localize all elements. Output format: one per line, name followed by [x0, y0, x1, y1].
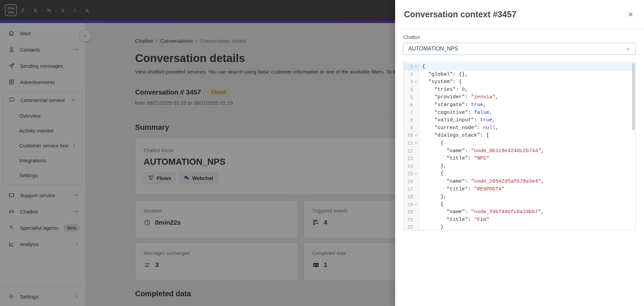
line-number: 21	[404, 216, 413, 224]
editor-scrollbar-thumb[interactable]	[632, 63, 635, 130]
editor-gutter: 10∨	[404, 132, 419, 140]
code-line[interactable]: 15∨ {	[404, 170, 636, 178]
fold-arrow-icon[interactable]: ∨	[413, 201, 419, 209]
code-text: "dialogs_stack": [	[419, 132, 489, 140]
chatbot-select-value: AUTOMATION_NPS	[408, 46, 458, 52]
editor-gutter: 15∨	[404, 170, 419, 178]
editor-gutter: 11∨	[404, 140, 419, 147]
code-line[interactable]: 7 "cognitive": false,	[404, 109, 636, 117]
code-line[interactable]: 18 },	[404, 193, 636, 201]
conversation-context-drawer: Conversation context #3457 Chatbot AUTOM…	[395, 0, 644, 306]
code-line[interactable]: 16 "name": "node_29542d5a5678a3e4",	[404, 178, 636, 186]
fold-spacer	[413, 163, 419, 170]
code-line[interactable]: 20 "name": "node_59b7406fc0a29bb7",	[404, 208, 636, 216]
close-icon	[627, 11, 634, 18]
line-number: 1	[404, 63, 413, 71]
line-number: 14	[404, 163, 413, 170]
editor-gutter: 18	[404, 193, 419, 201]
code-text: "provider": "zenvia",	[419, 94, 498, 101]
fold-arrow-icon[interactable]: ∨	[413, 132, 419, 140]
fold-spacer	[413, 224, 419, 231]
code-line[interactable]: 11∨ {	[404, 140, 636, 147]
line-number: 13	[404, 155, 413, 163]
fold-spacer	[413, 216, 419, 224]
line-number: 15	[404, 170, 413, 178]
code-text: "global": {},	[419, 71, 468, 79]
code-line[interactable]: 3∨ "system": {	[404, 78, 636, 86]
editor-gutter: 8	[404, 117, 419, 124]
fold-arrow-icon[interactable]: ∨	[413, 170, 419, 178]
code-line[interactable]: 19∨ {	[404, 201, 636, 209]
code-editor[interactable]: 1∨{2 "global": {},3∨ "system": {4 "tries…	[403, 62, 636, 231]
line-number: 10	[404, 132, 413, 140]
line-number: 8	[404, 117, 413, 124]
fold-spacer	[413, 86, 419, 94]
code-line[interactable]: 17 "title": "RESPOSTA"	[404, 186, 636, 193]
fold-spacer	[413, 178, 419, 186]
code-line[interactable]: 4 "tries": 0,	[404, 86, 636, 94]
chatbot-select-label: Chatbot	[403, 35, 636, 40]
fold-spacer	[413, 186, 419, 193]
code-line[interactable]: 5 "provider": "zenvia",	[404, 94, 636, 101]
line-number: 2	[404, 71, 413, 79]
fold-spacer	[413, 155, 419, 163]
fold-arrow-icon[interactable]: ∨	[413, 63, 419, 71]
fold-spacer	[413, 101, 419, 109]
editor-gutter: 17	[404, 186, 419, 193]
editor-gutter: 2	[404, 71, 419, 79]
code-line[interactable]: 14 },	[404, 163, 636, 170]
fold-spacer	[413, 208, 419, 216]
fold-spacer	[413, 109, 419, 117]
code-line[interactable]: 12 "name": "node_0b1c8e424dc2b744",	[404, 147, 636, 155]
editor-gutter: 5	[404, 94, 419, 101]
code-text: "valid_input": true,	[419, 117, 495, 124]
editor-gutter: 19∨	[404, 201, 419, 209]
line-number: 7	[404, 109, 413, 117]
fold-arrow-icon[interactable]: ∨	[413, 78, 419, 86]
line-number: 11	[404, 140, 413, 147]
editor-gutter: 6	[404, 101, 419, 109]
code-text: "system": {	[419, 78, 462, 86]
code-line[interactable]: 2 "global": {},	[404, 71, 636, 79]
fold-spacer	[413, 124, 419, 132]
fold-spacer	[413, 71, 419, 79]
code-line[interactable]: 9 "current_node": null,	[404, 124, 636, 132]
close-button[interactable]	[626, 10, 635, 19]
editor-gutter: 4	[404, 86, 419, 94]
code-text: "title": "NPS"	[419, 155, 489, 163]
code-text: {	[419, 63, 425, 71]
line-number: 9	[404, 124, 413, 132]
code-line[interactable]: 1∨{	[404, 63, 636, 71]
code-line[interactable]: 22 }	[404, 224, 636, 231]
code-text: }	[419, 224, 444, 231]
editor-gutter: 3∨	[404, 78, 419, 86]
fold-spacer	[413, 193, 419, 201]
fold-spacer	[413, 117, 419, 124]
editor-gutter: 21	[404, 216, 419, 224]
line-number: 20	[404, 208, 413, 216]
editor-gutter: 16	[404, 178, 419, 186]
editor-gutter: 7	[404, 109, 419, 117]
fold-arrow-icon[interactable]: ∨	[413, 140, 419, 147]
line-number: 6	[404, 101, 413, 109]
code-text: },	[419, 193, 447, 201]
editor-gutter: 13	[404, 155, 419, 163]
line-number: 12	[404, 147, 413, 155]
line-number: 5	[404, 94, 413, 101]
code-text: "title": "Fim"	[419, 216, 489, 224]
code-line[interactable]: 21 "title": "Fim"	[404, 216, 636, 224]
code-line[interactable]: 13 "title": "NPS"	[404, 155, 636, 163]
code-line[interactable]: 6 "stargate": true,	[404, 101, 636, 109]
code-line[interactable]: 10∨ "dialogs_stack": [	[404, 132, 636, 140]
code-text: "name": "node_59b7406fc0a29bb7",	[419, 208, 544, 216]
line-number: 22	[404, 224, 413, 231]
editor-gutter: 20	[404, 208, 419, 216]
editor-gutter: 22	[404, 224, 419, 231]
line-number: 19	[404, 201, 413, 209]
chatbot-select[interactable]: AUTOMATION_NPS	[403, 43, 636, 55]
code-line[interactable]: 8 "valid_input": true,	[404, 117, 636, 124]
editor-gutter: 12	[404, 147, 419, 155]
line-number: 4	[404, 86, 413, 94]
line-number: 17	[404, 186, 413, 193]
code-text: "stargate": true,	[419, 101, 486, 109]
